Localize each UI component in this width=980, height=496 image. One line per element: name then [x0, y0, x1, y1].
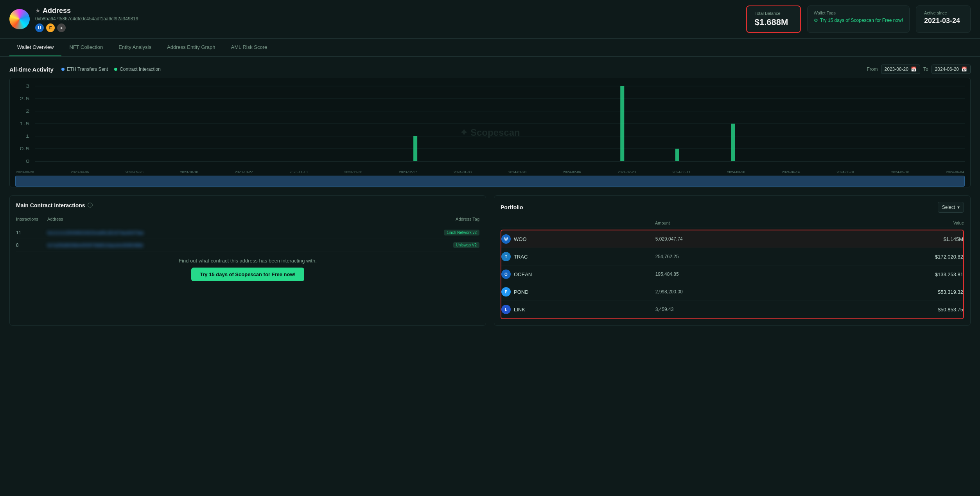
token-amount-link: 3,459.43: [655, 307, 809, 312]
token-value-ocean: $133,253.81: [809, 271, 963, 277]
token-icon-ocean: O: [501, 270, 511, 279]
activity-header: All-time Activity ETH Transfers Sent Con…: [9, 65, 971, 74]
try-free-button[interactable]: ⚙ Try 15 days of Scopescan for Free now!: [814, 18, 903, 23]
contract-panel-title: Main Contract Interactions: [16, 202, 85, 208]
token-symbol-link: LINK: [514, 307, 525, 313]
svg-rect-16: [675, 149, 679, 161]
svg-text:1: 1: [26, 134, 30, 138]
from-date-input[interactable]: 2023-08-20 📅: [881, 65, 920, 74]
total-balance-value: $1.688M: [755, 17, 792, 27]
select-label: Select: [942, 205, 955, 210]
cta-free-button[interactable]: Try 15 days of Scopescan for Free now!: [191, 268, 304, 281]
select-dropdown[interactable]: Select ▾: [938, 202, 964, 213]
portfolio-row-trac: T TRAC 254,762.25 $172,020.82: [501, 248, 963, 266]
token-symbol-trac: TRAC: [514, 254, 528, 260]
star-icon[interactable]: ★: [35, 7, 40, 14]
tag-badge-fox: F: [46, 23, 55, 32]
token-amount-ocean: 195,484.85: [655, 271, 809, 277]
cta-section: Find out what contract this address has …: [16, 252, 479, 288]
contract-panel-title-row: Main Contract Interactions ⓘ: [16, 202, 479, 209]
nav-tabs: Wallet Overview NFT Collection Entity An…: [0, 39, 980, 57]
portfolio-row-ocean: O OCEAN 195,484.85 $133,253.81: [501, 266, 963, 283]
contract-interactions-panel: Main Contract Interactions ⓘ Interaction…: [9, 195, 486, 326]
token-value-woo: $1.145M: [809, 236, 963, 242]
token-icon-woo: W: [501, 234, 511, 244]
to-date-input[interactable]: 2024-06-20 📅: [932, 65, 971, 74]
col-interactions: Interactions: [16, 217, 47, 221]
token-symbol-woo: WOO: [514, 236, 527, 242]
address-name: Address: [43, 7, 71, 15]
token-amount-pond: 2,998,200.00: [655, 289, 809, 295]
chevron-down-icon: ▾: [957, 205, 960, 210]
svg-text:1.5: 1.5: [20, 121, 30, 126]
header-right: Total Balance $1.688M Wallet Tags ⚙ Try …: [746, 5, 971, 33]
avatar: [9, 9, 30, 29]
activity-section: All-time Activity ETH Transfers Sent Con…: [9, 65, 971, 187]
gear-icon: ⚙: [814, 18, 818, 23]
chart-container: ✦ Scopescan 3 2.5 2 1.5 1 0.5 0: [9, 78, 971, 187]
col-amount: Amount: [655, 221, 809, 225]
portfolio-highlighted-box: W WOO 5,029,047.74 $1.145M T TRAC 254,76…: [501, 230, 964, 319]
token-icon-link: L: [501, 305, 511, 314]
calendar-to-icon: 📅: [961, 66, 967, 72]
legend-dot-eth: [61, 68, 65, 71]
portfolio-title: Portfolio: [501, 204, 523, 210]
token-trac: T TRAC: [501, 252, 655, 261]
token-value-pond: $53,319.32: [809, 289, 963, 295]
legend-contract-interaction: Contract Interaction: [114, 66, 161, 72]
svg-text:3: 3: [26, 84, 30, 88]
token-symbol-ocean: OCEAN: [514, 271, 532, 277]
cell-interactions-1: 11: [16, 230, 47, 235]
from-label: From: [867, 66, 878, 72]
tag-badge-other: ●: [57, 23, 66, 32]
range-slider-fill: [15, 176, 965, 187]
portfolio-header: Portfolio Select ▾: [501, 202, 964, 213]
total-balance-panel: Total Balance $1.688M: [746, 5, 801, 33]
date-range-controls: From 2023-08-20 📅 To 2024-06-20 📅: [867, 65, 971, 74]
svg-text:2: 2: [26, 109, 30, 113]
legend-contract-label: Contract Interaction: [120, 66, 161, 72]
portfolio-row-pond: P POND 2,998,200.00 $53,319.32: [501, 283, 963, 301]
portfolio-panel: Portfolio Select ▾ Amount Value W WOO 5,…: [494, 195, 971, 326]
address-title-row: ★ Address: [35, 7, 138, 15]
tab-wallet-overview[interactable]: Wallet Overview: [9, 39, 61, 56]
tag-badge-uniswap: U: [35, 23, 44, 32]
table-row: 8 0x7a250d5630b4cf539739df2c5dacb4c659f2…: [16, 239, 479, 252]
to-label: To: [923, 66, 928, 72]
main-content: All-time Activity ETH Transfers Sent Con…: [0, 57, 980, 334]
token-woo: W WOO: [501, 234, 655, 244]
address-hash[interactable]: 0xb8ba647f5867c4dfc0c454adf1aa6cf92a3498…: [35, 16, 138, 22]
portfolio-row-woo: W WOO 5,029,047.74 $1.145M: [501, 230, 963, 248]
tab-nft-collection[interactable]: NFT Collection: [61, 39, 111, 56]
active-since-panel: Active since 2021-03-24: [916, 5, 971, 33]
portfolio-table-header: Amount Value: [501, 218, 964, 228]
cell-tag-2: Uniswap V2: [425, 242, 479, 248]
col-token: [501, 221, 655, 225]
activity-chart: 3 2.5 2 1.5 1 0.5 0: [15, 82, 965, 168]
cell-address-2[interactable]: 0x7a250d5630b4cf539739df2c5dacb4c659f248…: [47, 243, 425, 248]
tab-entity-analysis[interactable]: Entity Analysis: [111, 39, 159, 56]
info-icon[interactable]: ⓘ: [88, 202, 93, 209]
col-value: Value: [809, 221, 964, 225]
col-address-tag: Address Tag: [425, 217, 479, 221]
token-value-trac: $172,020.82: [809, 254, 963, 260]
legend-eth-sent: ETH Transfers Sent: [61, 66, 108, 72]
tab-address-entity-graph[interactable]: Address Entity Graph: [159, 39, 223, 56]
wallet-tags-title: Wallet Tags: [814, 11, 903, 15]
cta-text: Find out what contract this address has …: [22, 258, 473, 264]
svg-text:2.5: 2.5: [20, 96, 30, 101]
tab-aml-risk-score[interactable]: AML Risk Score: [223, 39, 275, 56]
token-link: L LINK: [501, 305, 655, 314]
active-since-label: Active since: [924, 11, 962, 15]
token-ocean: O OCEAN: [501, 270, 655, 279]
address-info: ★ Address 0xb8ba647f5867c4dfc0c454adf1aa…: [35, 7, 138, 32]
token-amount-woo: 5,029,047.74: [655, 236, 809, 242]
to-date-value: 2024-06-20: [935, 66, 959, 72]
address-tags: U F ●: [35, 23, 138, 32]
cell-address-1[interactable]: 0x111111254346319223cebf5c2E1674acb5473a…: [47, 230, 425, 235]
token-pond: P POND: [501, 287, 655, 297]
chart-range-slider[interactable]: [15, 176, 965, 187]
wallet-tags-panel: Wallet Tags ⚙ Try 15 days of Scopescan f…: [807, 5, 910, 33]
bottom-panels: Main Contract Interactions ⓘ Interaction…: [9, 195, 971, 326]
calendar-from-icon: 📅: [911, 66, 917, 72]
